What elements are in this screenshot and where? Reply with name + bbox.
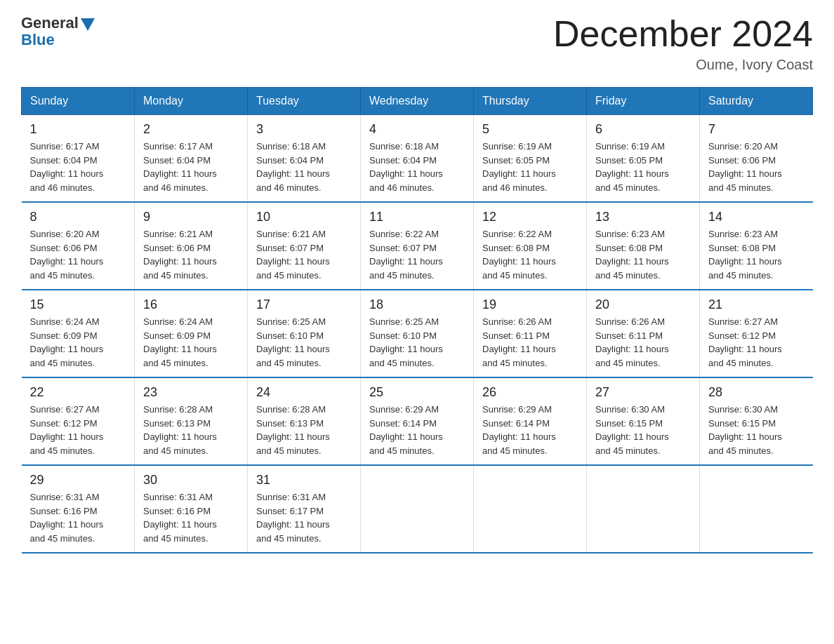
day-number: 17 — [256, 297, 352, 312]
calendar-cell: 16 Sunrise: 6:24 AM Sunset: 6:09 PM Dayl… — [135, 290, 248, 377]
calendar-cell: 9 Sunrise: 6:21 AM Sunset: 6:06 PM Dayli… — [135, 202, 248, 290]
day-info: Sunrise: 6:21 AM Sunset: 6:06 PM Dayligh… — [143, 227, 239, 282]
day-info: Sunrise: 6:19 AM Sunset: 6:05 PM Dayligh… — [595, 140, 691, 194]
day-number: 11 — [369, 210, 465, 224]
day-info: Sunrise: 6:29 AM Sunset: 6:14 PM Dayligh… — [482, 403, 578, 457]
day-number: 31 — [256, 473, 352, 488]
header-thursday: Thursday — [474, 88, 587, 115]
day-info: Sunrise: 6:24 AM Sunset: 6:09 PM Dayligh… — [143, 315, 239, 370]
calendar-cell — [700, 465, 813, 553]
day-info: Sunrise: 6:28 AM Sunset: 6:13 PM Dayligh… — [256, 403, 352, 457]
header-sunday: Sunday — [22, 88, 135, 115]
calendar-cell: 8 Sunrise: 6:20 AM Sunset: 6:06 PM Dayli… — [22, 202, 135, 290]
calendar-cell: 6 Sunrise: 6:19 AM Sunset: 6:05 PM Dayli… — [587, 115, 700, 203]
calendar-cell — [587, 465, 700, 553]
calendar-cell: 22 Sunrise: 6:27 AM Sunset: 6:12 PM Dayl… — [22, 377, 135, 465]
day-info: Sunrise: 6:25 AM Sunset: 6:10 PM Dayligh… — [256, 315, 352, 370]
calendar-cell: 11 Sunrise: 6:22 AM Sunset: 6:07 PM Dayl… — [361, 202, 474, 290]
day-number: 20 — [595, 297, 691, 312]
day-number: 7 — [708, 122, 805, 137]
day-number: 6 — [595, 122, 691, 137]
day-number: 22 — [30, 385, 126, 400]
header-saturday: Saturday — [700, 88, 813, 115]
day-info: Sunrise: 6:20 AM Sunset: 6:06 PM Dayligh… — [30, 227, 126, 282]
calendar-cell — [361, 465, 474, 553]
calendar-week-2: 8 Sunrise: 6:20 AM Sunset: 6:06 PM Dayli… — [22, 202, 813, 290]
day-info: Sunrise: 6:21 AM Sunset: 6:07 PM Dayligh… — [256, 227, 352, 282]
header-friday: Friday — [587, 88, 700, 115]
header-wednesday: Wednesday — [361, 88, 474, 115]
day-info: Sunrise: 6:17 AM Sunset: 6:04 PM Dayligh… — [30, 140, 126, 194]
calendar-cell: 18 Sunrise: 6:25 AM Sunset: 6:10 PM Dayl… — [361, 290, 474, 377]
day-info: Sunrise: 6:24 AM Sunset: 6:09 PM Dayligh… — [30, 315, 126, 370]
day-info: Sunrise: 6:30 AM Sunset: 6:15 PM Dayligh… — [595, 403, 691, 457]
calendar-cell: 2 Sunrise: 6:17 AM Sunset: 6:04 PM Dayli… — [135, 115, 248, 203]
day-info: Sunrise: 6:31 AM Sunset: 6:16 PM Dayligh… — [143, 490, 239, 545]
day-number: 28 — [708, 385, 805, 400]
title-section: December 2024 Oume, Ivory Coast — [553, 14, 813, 73]
calendar-cell: 10 Sunrise: 6:21 AM Sunset: 6:07 PM Dayl… — [248, 202, 361, 290]
day-info: Sunrise: 6:27 AM Sunset: 6:12 PM Dayligh… — [708, 315, 805, 370]
day-info: Sunrise: 6:26 AM Sunset: 6:11 PM Dayligh… — [595, 315, 691, 370]
day-number: 1 — [30, 122, 126, 137]
logo-top: General — [21, 14, 95, 32]
day-info: Sunrise: 6:20 AM Sunset: 6:06 PM Dayligh… — [708, 140, 805, 194]
logo-text-general: General — [21, 14, 79, 32]
day-info: Sunrise: 6:22 AM Sunset: 6:07 PM Dayligh… — [369, 227, 465, 282]
day-info: Sunrise: 6:23 AM Sunset: 6:08 PM Dayligh… — [595, 227, 691, 282]
month-title: December 2024 — [553, 14, 813, 54]
calendar-cell: 25 Sunrise: 6:29 AM Sunset: 6:14 PM Dayl… — [361, 377, 474, 465]
page-header: General Blue December 2024 Oume, Ivory C… — [21, 14, 813, 73]
day-number: 3 — [256, 122, 352, 137]
day-info: Sunrise: 6:19 AM Sunset: 6:05 PM Dayligh… — [482, 140, 578, 194]
calendar-cell: 13 Sunrise: 6:23 AM Sunset: 6:08 PM Dayl… — [587, 202, 700, 290]
calendar-cell: 30 Sunrise: 6:31 AM Sunset: 6:16 PM Dayl… — [135, 465, 248, 553]
day-number: 27 — [595, 385, 691, 400]
day-info: Sunrise: 6:25 AM Sunset: 6:10 PM Dayligh… — [369, 315, 465, 370]
calendar-cell: 5 Sunrise: 6:19 AM Sunset: 6:05 PM Dayli… — [474, 115, 587, 203]
calendar-cell: 4 Sunrise: 6:18 AM Sunset: 6:04 PM Dayli… — [361, 115, 474, 203]
day-number: 8 — [30, 210, 126, 224]
day-number: 19 — [482, 297, 578, 312]
calendar-cell: 26 Sunrise: 6:29 AM Sunset: 6:14 PM Dayl… — [474, 377, 587, 465]
day-number: 23 — [143, 385, 239, 400]
day-info: Sunrise: 6:22 AM Sunset: 6:08 PM Dayligh… — [482, 227, 578, 282]
logo: General Blue — [21, 14, 95, 49]
day-number: 26 — [482, 385, 578, 400]
calendar-cell: 29 Sunrise: 6:31 AM Sunset: 6:16 PM Dayl… — [22, 465, 135, 553]
calendar-cell: 31 Sunrise: 6:31 AM Sunset: 6:17 PM Dayl… — [248, 465, 361, 553]
day-info: Sunrise: 6:29 AM Sunset: 6:14 PM Dayligh… — [369, 403, 465, 457]
calendar-cell: 24 Sunrise: 6:28 AM Sunset: 6:13 PM Dayl… — [248, 377, 361, 465]
calendar-cell: 20 Sunrise: 6:26 AM Sunset: 6:11 PM Dayl… — [587, 290, 700, 377]
calendar-cell — [474, 465, 587, 553]
calendar-week-1: 1 Sunrise: 6:17 AM Sunset: 6:04 PM Dayli… — [22, 115, 813, 203]
day-number: 14 — [708, 210, 805, 224]
day-number: 12 — [482, 210, 578, 224]
day-number: 16 — [143, 297, 239, 312]
calendar-week-5: 29 Sunrise: 6:31 AM Sunset: 6:16 PM Dayl… — [22, 465, 813, 553]
calendar-cell: 7 Sunrise: 6:20 AM Sunset: 6:06 PM Dayli… — [700, 115, 813, 203]
logo-triangle-icon — [81, 18, 95, 31]
calendar-cell: 15 Sunrise: 6:24 AM Sunset: 6:09 PM Dayl… — [22, 290, 135, 377]
day-info: Sunrise: 6:26 AM Sunset: 6:11 PM Dayligh… — [482, 315, 578, 370]
day-number: 5 — [482, 122, 578, 137]
day-number: 9 — [143, 210, 239, 224]
logo-text-blue: Blue — [21, 31, 55, 49]
calendar-cell: 1 Sunrise: 6:17 AM Sunset: 6:04 PM Dayli… — [22, 115, 135, 203]
calendar-week-3: 15 Sunrise: 6:24 AM Sunset: 6:09 PM Dayl… — [22, 290, 813, 377]
calendar-cell: 19 Sunrise: 6:26 AM Sunset: 6:11 PM Dayl… — [474, 290, 587, 377]
calendar-header: Sunday Monday Tuesday Wednesday Thursday… — [22, 88, 813, 115]
day-number: 24 — [256, 385, 352, 400]
day-number: 21 — [708, 297, 805, 312]
day-info: Sunrise: 6:28 AM Sunset: 6:13 PM Dayligh… — [143, 403, 239, 457]
calendar-cell: 3 Sunrise: 6:18 AM Sunset: 6:04 PM Dayli… — [248, 115, 361, 203]
day-info: Sunrise: 6:17 AM Sunset: 6:04 PM Dayligh… — [143, 140, 239, 194]
calendar-cell: 23 Sunrise: 6:28 AM Sunset: 6:13 PM Dayl… — [135, 377, 248, 465]
day-info: Sunrise: 6:18 AM Sunset: 6:04 PM Dayligh… — [256, 140, 352, 194]
day-info: Sunrise: 6:30 AM Sunset: 6:15 PM Dayligh… — [708, 403, 805, 457]
calendar-cell: 21 Sunrise: 6:27 AM Sunset: 6:12 PM Dayl… — [700, 290, 813, 377]
day-number: 15 — [30, 297, 126, 312]
calendar-cell: 12 Sunrise: 6:22 AM Sunset: 6:08 PM Dayl… — [474, 202, 587, 290]
calendar-cell: 28 Sunrise: 6:30 AM Sunset: 6:15 PM Dayl… — [700, 377, 813, 465]
day-number: 10 — [256, 210, 352, 224]
